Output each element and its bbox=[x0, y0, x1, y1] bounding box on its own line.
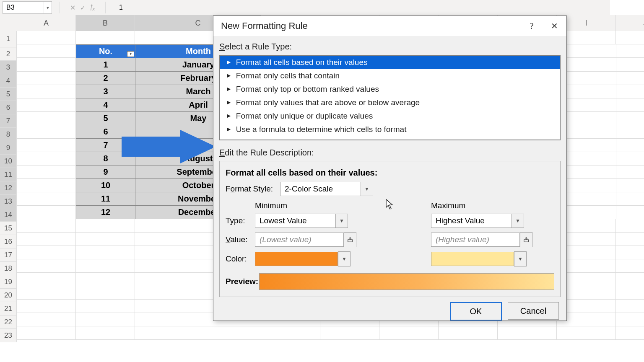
row-header-10[interactable]: 10 bbox=[0, 155, 17, 168]
cell-J11[interactable] bbox=[616, 165, 644, 179]
row-header-2[interactable]: 2 bbox=[0, 47, 17, 61]
cell-J12[interactable] bbox=[616, 179, 644, 192]
rule-type-item[interactable]: ►Format only unique or duplicate values bbox=[220, 109, 560, 123]
filter-icon[interactable]: ▾ bbox=[127, 51, 134, 57]
cell-B16[interactable] bbox=[76, 233, 135, 246]
row-header-11[interactable]: 11 bbox=[0, 168, 17, 181]
formula-bar-value[interactable]: 1 bbox=[119, 4, 123, 11]
cancel-formula-icon[interactable]: ✕ bbox=[68, 4, 78, 12]
cell-B19[interactable] bbox=[76, 273, 135, 286]
cell-J3[interactable] bbox=[616, 58, 644, 72]
row-header-9[interactable]: 9 bbox=[0, 141, 17, 155]
cell-B1[interactable] bbox=[76, 31, 135, 44]
cell-J20[interactable] bbox=[616, 286, 644, 300]
col-header-J[interactable]: J bbox=[616, 15, 644, 31]
cell-D23[interactable] bbox=[261, 326, 320, 340]
cell-A13[interactable] bbox=[17, 192, 76, 206]
cell-A23[interactable] bbox=[17, 326, 76, 340]
name-box[interactable]: B3 ▼ bbox=[3, 1, 52, 14]
cell-J22[interactable] bbox=[616, 313, 644, 326]
namebox-dropdown-icon[interactable]: ▼ bbox=[44, 2, 52, 13]
row-header-8[interactable]: 8 bbox=[0, 128, 17, 141]
cell-I23[interactable] bbox=[557, 326, 616, 340]
cell-J16[interactable] bbox=[616, 233, 644, 246]
cell-A20[interactable] bbox=[17, 286, 76, 300]
cell-J13[interactable] bbox=[616, 192, 644, 206]
cell-J14[interactable] bbox=[616, 206, 644, 219]
cell-F23[interactable] bbox=[379, 326, 439, 340]
max-color-swatch[interactable] bbox=[431, 252, 514, 266]
row-header-6[interactable]: 6 bbox=[0, 101, 17, 114]
cell-J23[interactable] bbox=[616, 326, 644, 340]
ok-button[interactable]: OK bbox=[450, 302, 502, 321]
cell-A2[interactable] bbox=[17, 44, 76, 58]
cell-A22[interactable] bbox=[17, 313, 76, 326]
fx-icon[interactable]: fx bbox=[88, 3, 98, 12]
row-header-20[interactable]: 20 bbox=[0, 289, 17, 302]
cell-A11[interactable] bbox=[17, 165, 76, 179]
row-header-19[interactable]: 19 bbox=[0, 275, 17, 289]
cell-A6[interactable] bbox=[17, 98, 76, 112]
dialog-help-button[interactable]: ? bbox=[521, 16, 542, 36]
rule-type-item[interactable]: ►Format only values that are above or be… bbox=[220, 96, 560, 109]
cell-B13[interactable]: 11 bbox=[76, 192, 135, 206]
row-header-16[interactable]: 16 bbox=[0, 235, 17, 248]
min-type-combo[interactable]: Lowest Value ▼ bbox=[255, 214, 348, 228]
cell-J9[interactable] bbox=[616, 139, 644, 152]
max-value-ref-button[interactable] bbox=[520, 232, 532, 247]
min-color-swatch[interactable] bbox=[255, 252, 338, 266]
cell-A4[interactable] bbox=[17, 72, 76, 85]
rule-type-item[interactable]: ►Use a formula to determine which cells … bbox=[220, 123, 560, 136]
cell-A18[interactable] bbox=[17, 259, 76, 273]
format-style-combo[interactable]: 2-Color Scale ▼ bbox=[280, 182, 373, 196]
row-header-15[interactable]: 15 bbox=[0, 222, 17, 235]
cell-J5[interactable] bbox=[616, 85, 644, 98]
max-type-combo[interactable]: Highest Value ▼ bbox=[431, 214, 524, 228]
row-header-17[interactable]: 17 bbox=[0, 248, 17, 262]
cell-B5[interactable]: 3 bbox=[76, 85, 135, 98]
rule-type-item[interactable]: ►Format only top or bottom ranked values bbox=[220, 83, 560, 96]
rule-type-item[interactable]: ►Format all cells based on their values bbox=[220, 56, 560, 69]
cell-A10[interactable] bbox=[17, 152, 76, 165]
cell-C23[interactable] bbox=[135, 326, 261, 340]
row-header-21[interactable]: 21 bbox=[0, 302, 17, 315]
cell-A15[interactable] bbox=[17, 219, 76, 233]
row-header-1[interactable]: 1 bbox=[0, 31, 17, 47]
cell-A1[interactable] bbox=[17, 31, 76, 44]
cell-B22[interactable] bbox=[76, 313, 135, 326]
cell-J2[interactable] bbox=[616, 44, 644, 58]
cell-B11[interactable]: 9 bbox=[76, 165, 135, 179]
cell-B7[interactable]: 5 bbox=[76, 112, 135, 125]
select-all-triangle[interactable] bbox=[0, 15, 17, 31]
cell-G23[interactable] bbox=[439, 326, 498, 340]
row-header-22[interactable]: 22 bbox=[0, 315, 17, 329]
col-header-A[interactable]: A bbox=[17, 15, 76, 31]
cell-J18[interactable] bbox=[616, 259, 644, 273]
cell-B12[interactable]: 10 bbox=[76, 179, 135, 192]
col-header-B[interactable]: B bbox=[76, 15, 135, 31]
cell-A8[interactable] bbox=[17, 125, 76, 139]
cell-A3[interactable] bbox=[17, 58, 76, 72]
cell-J19[interactable] bbox=[616, 273, 644, 286]
cell-B3[interactable]: 1 bbox=[76, 58, 135, 72]
row-header-14[interactable]: 14 bbox=[0, 208, 17, 222]
accept-formula-icon[interactable]: ✓ bbox=[78, 4, 88, 12]
cell-B2[interactable]: No.▾ bbox=[76, 44, 135, 58]
row-header-13[interactable]: 13 bbox=[0, 195, 17, 208]
row-header-18[interactable]: 18 bbox=[0, 262, 17, 275]
max-color-dropdown[interactable]: ▼ bbox=[514, 251, 527, 266]
cell-B21[interactable] bbox=[76, 300, 135, 313]
cell-B23[interactable] bbox=[76, 326, 135, 340]
cell-B17[interactable] bbox=[76, 246, 135, 259]
cell-J4[interactable] bbox=[616, 72, 644, 85]
cell-A21[interactable] bbox=[17, 300, 76, 313]
cell-H23[interactable] bbox=[498, 326, 557, 340]
row-header-3[interactable]: 3 bbox=[0, 61, 17, 74]
cell-J8[interactable] bbox=[616, 125, 644, 139]
row-header-4[interactable]: 4 bbox=[0, 74, 17, 88]
cell-J10[interactable] bbox=[616, 152, 644, 165]
cell-E23[interactable] bbox=[320, 326, 379, 340]
rule-type-item[interactable]: ►Format only cells that contain bbox=[220, 69, 560, 83]
cell-A9[interactable] bbox=[17, 139, 76, 152]
cell-J17[interactable] bbox=[616, 246, 644, 259]
